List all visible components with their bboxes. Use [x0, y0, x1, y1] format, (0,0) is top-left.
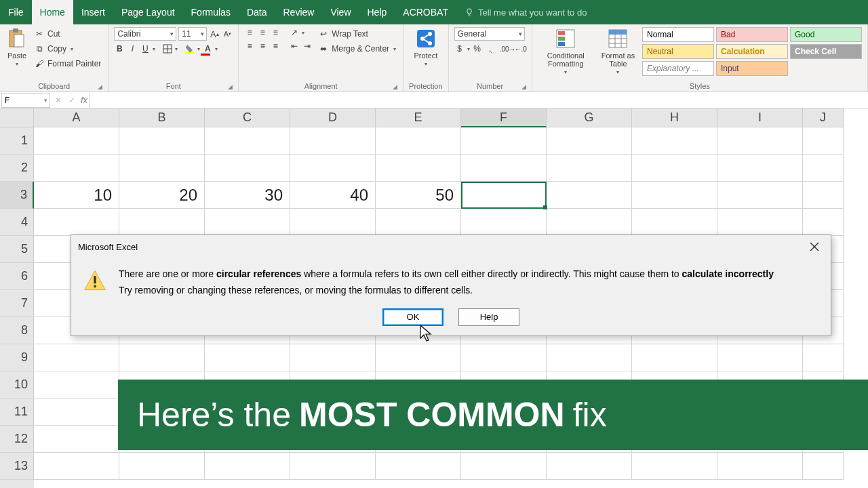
tab-formulas[interactable]: Formulas	[183, 0, 239, 24]
cell-I9[interactable]	[717, 344, 803, 371]
conditional-formatting-button[interactable]: Conditional Formatting▾	[538, 27, 594, 75]
row-header-13[interactable]: 13	[0, 453, 34, 480]
cell-H13[interactable]	[632, 453, 717, 480]
cell-F4[interactable]	[461, 209, 547, 236]
cell-D13[interactable]	[290, 453, 376, 480]
fill-color-button[interactable]	[184, 43, 195, 54]
cell-style-explanatory-[interactable]: Explanatory ...	[642, 61, 714, 76]
increase-decimal-icon[interactable]: .00→	[502, 43, 513, 54]
column-header-G[interactable]: G	[547, 108, 632, 127]
column-header-C[interactable]: C	[205, 108, 290, 127]
row-header-6[interactable]: 6	[0, 263, 34, 290]
column-header-B[interactable]: B	[119, 108, 205, 127]
cell-A11[interactable]	[34, 399, 119, 426]
cell-I3[interactable]	[717, 182, 803, 209]
cell-F13[interactable]	[461, 453, 547, 480]
dialog-close-button[interactable]	[805, 237, 824, 256]
cell-B3[interactable]: 20	[119, 182, 205, 209]
align-left-icon[interactable]: ≡	[244, 41, 255, 52]
cell-B2[interactable]	[119, 155, 205, 182]
cell-C4[interactable]	[205, 209, 290, 236]
cell-F3[interactable]	[461, 182, 547, 209]
cell-I1[interactable]	[717, 127, 803, 155]
name-box[interactable]: F	[1, 93, 50, 108]
cell-D2[interactable]	[290, 155, 376, 182]
cell-J1[interactable]	[803, 127, 844, 155]
cell-F1[interactable]	[461, 127, 547, 155]
cell-H4[interactable]	[632, 209, 717, 236]
column-header-J[interactable]: J	[803, 108, 844, 127]
cell-C2[interactable]	[205, 155, 290, 182]
column-header-I[interactable]: I	[717, 108, 803, 127]
cell-style-normal[interactable]: Normal	[642, 27, 714, 42]
format-painter-button[interactable]: 🖌Format Painter	[33, 57, 102, 70]
cell-style-check-cell[interactable]: Check Cell	[790, 44, 862, 59]
row-header-4[interactable]: 4	[0, 209, 34, 236]
align-top-icon[interactable]: ≡	[244, 27, 255, 38]
dialog-launcher-icon[interactable]: ◢	[393, 83, 397, 90]
dialog-ok-button[interactable]: OK	[382, 308, 443, 326]
tab-page-layout[interactable]: Page Layout	[113, 0, 183, 24]
cell-H1[interactable]	[632, 127, 717, 155]
cell-J3[interactable]	[803, 182, 844, 209]
cell-F9[interactable]	[461, 344, 547, 371]
row-header-12[interactable]: 12	[0, 426, 34, 453]
cell-E1[interactable]	[376, 127, 461, 155]
cell-C13[interactable]	[205, 453, 290, 480]
cell-A3[interactable]: 10	[34, 182, 119, 209]
merge-center-button[interactable]: ⬌Merge & Center▾	[317, 42, 397, 56]
cell-A10[interactable]	[34, 371, 119, 399]
cell-style-neutral[interactable]: Neutral	[642, 44, 714, 59]
cell-J13[interactable]	[803, 453, 844, 480]
cell-J4[interactable]	[803, 209, 844, 236]
align-right-icon[interactable]: ≡	[270, 41, 281, 52]
tab-file[interactable]: File	[0, 0, 32, 24]
cell-D3[interactable]: 40	[290, 182, 376, 209]
cell-B13[interactable]	[119, 453, 205, 480]
formula-input[interactable]	[90, 93, 868, 108]
cell-G13[interactable]	[547, 453, 632, 480]
align-middle-icon[interactable]: ≡	[257, 27, 268, 38]
cell-styles-gallery[interactable]: NormalBadGoodNeutralCalculationCheck Cel…	[642, 27, 862, 76]
cell-A9[interactable]	[34, 344, 119, 371]
cell-H9[interactable]	[632, 344, 717, 371]
tab-data[interactable]: Data	[239, 0, 275, 24]
cell-B4[interactable]	[119, 209, 205, 236]
cell-style-calculation[interactable]: Calculation	[716, 44, 788, 59]
underline-button[interactable]: U	[140, 43, 151, 54]
dialog-help-button[interactable]: Help	[458, 308, 519, 326]
accounting-format-icon[interactable]: $	[454, 43, 465, 54]
cell-style-good[interactable]: Good	[790, 27, 862, 42]
font-size-select[interactable]: 11	[178, 27, 207, 41]
cell-C9[interactable]	[205, 344, 290, 371]
dialog-launcher-icon[interactable]: ◢	[521, 83, 526, 90]
orientation-icon[interactable]: ↗	[289, 27, 300, 38]
cell-G3[interactable]	[547, 182, 632, 209]
row-header-8[interactable]: 8	[0, 317, 34, 344]
column-header-F[interactable]: F	[461, 108, 547, 127]
column-header-D[interactable]: D	[290, 108, 376, 127]
percent-format-icon[interactable]: %	[472, 43, 483, 54]
tab-insert[interactable]: Insert	[73, 0, 113, 24]
cell-G4[interactable]	[547, 209, 632, 236]
cell-A4[interactable]	[34, 209, 119, 236]
row-header-2[interactable]: 2	[0, 155, 34, 182]
cell-J9[interactable]	[803, 344, 844, 371]
cell-E13[interactable]	[376, 453, 461, 480]
cell-style-bad[interactable]: Bad	[716, 27, 788, 42]
row-header-7[interactable]: 7	[0, 290, 34, 317]
cell-I13[interactable]	[717, 453, 803, 480]
column-header-A[interactable]: A	[34, 108, 119, 127]
tab-help[interactable]: Help	[359, 0, 395, 24]
dialog-launcher-icon[interactable]: ◢	[228, 83, 233, 90]
cell-H2[interactable]	[632, 155, 717, 182]
tab-review[interactable]: Review	[275, 0, 323, 24]
align-center-icon[interactable]: ≡	[257, 41, 268, 52]
cell-G2[interactable]	[547, 155, 632, 182]
cell-F2[interactable]	[461, 155, 547, 182]
decrease-decimal-icon[interactable]: ←.0	[515, 43, 526, 54]
cell-style-input[interactable]: Input	[716, 61, 788, 76]
cell-E4[interactable]	[376, 209, 461, 236]
italic-button[interactable]: I	[127, 43, 138, 54]
row-header-9[interactable]: 9	[0, 344, 34, 371]
